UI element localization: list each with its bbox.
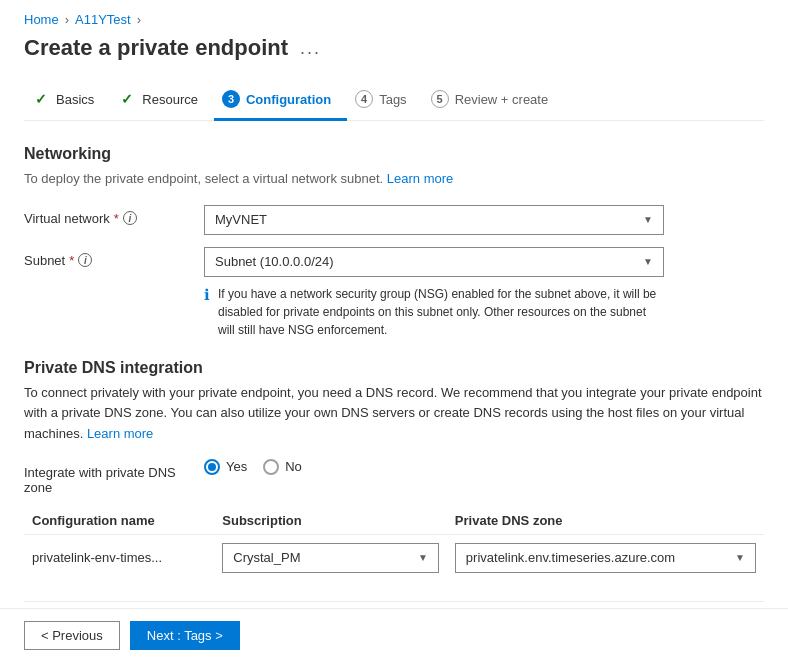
step-resource[interactable]: ✓ Resource xyxy=(110,82,214,121)
step-tags-icon: 4 xyxy=(355,90,373,108)
next-button[interactable]: Next : Tags > xyxy=(130,621,240,650)
integrate-dns-row: Integrate with private DNS zone Yes No xyxy=(24,459,764,495)
step-basics-icon: ✓ xyxy=(32,90,50,108)
integrate-dns-options: Yes No xyxy=(204,459,302,475)
networking-title: Networking xyxy=(24,145,764,163)
nsg-info-box: ℹ If you have a network security group (… xyxy=(204,285,664,339)
step-basics-label: Basics xyxy=(56,92,94,107)
dns-col-config: Configuration name xyxy=(24,507,214,535)
virtual-network-row: Virtual network * i MyVNET ▼ xyxy=(24,205,764,235)
page-title: Create a private endpoint xyxy=(24,35,288,61)
dns-zone-chevron: ▼ xyxy=(735,552,745,563)
private-dns-title: Private DNS integration xyxy=(24,359,764,377)
dns-col-subscription: Subscription xyxy=(214,507,447,535)
subnet-control: Subnet (10.0.0.0/24) ▼ ℹ If you have a n… xyxy=(204,247,764,339)
dns-subscription-value: Crystal_PM xyxy=(233,550,300,565)
dns-config-name: privatelink-env-times... xyxy=(24,534,214,581)
virtual-network-value: MyVNET xyxy=(215,212,267,227)
private-dns-section: Private DNS integration To connect priva… xyxy=(24,359,764,581)
wizard-steps: ✓ Basics ✓ Resource 3 Configuration 4 Ta… xyxy=(24,81,764,121)
virtual-network-label: Virtual network * i xyxy=(24,205,204,226)
nsg-info-text: If you have a network security group (NS… xyxy=(218,285,664,339)
networking-section: Networking To deploy the private endpoin… xyxy=(24,145,764,339)
previous-button[interactable]: < Previous xyxy=(24,621,120,650)
integrate-dns-label: Integrate with private DNS zone xyxy=(24,459,204,495)
integrate-dns-no-option[interactable]: No xyxy=(263,459,302,475)
networking-desc: To deploy the private endpoint, select a… xyxy=(24,169,764,189)
step-review-icon: 5 xyxy=(431,90,449,108)
dns-subscription-chevron: ▼ xyxy=(418,552,428,563)
breadcrumb-a11ytest[interactable]: A11YTest xyxy=(75,12,131,27)
dns-zone-dropdown[interactable]: privatelink.env.timeseries.azure.com ▼ xyxy=(455,543,756,573)
subnet-value: Subnet (10.0.0.0/24) xyxy=(215,254,334,269)
dns-zone-cell: privatelink.env.timeseries.azure.com ▼ xyxy=(447,534,764,581)
ellipsis-button[interactable]: ... xyxy=(296,36,325,61)
nsg-info-icon: ℹ xyxy=(204,286,210,304)
step-review-label: Review + create xyxy=(455,92,549,107)
dns-learn-more[interactable]: Learn more xyxy=(87,426,153,441)
dns-subscription-dropdown[interactable]: Crystal_PM ▼ xyxy=(222,543,439,573)
step-configuration-icon: 3 xyxy=(222,90,240,108)
integrate-dns-no-radio[interactable] xyxy=(263,459,279,475)
subnet-required: * xyxy=(69,253,74,268)
step-configuration-label: Configuration xyxy=(246,92,331,107)
step-configuration[interactable]: 3 Configuration xyxy=(214,82,347,121)
step-tags-label: Tags xyxy=(379,92,406,107)
virtual-network-chevron: ▼ xyxy=(643,214,653,225)
subnet-label: Subnet * i xyxy=(24,247,204,268)
step-resource-label: Resource xyxy=(142,92,198,107)
dns-table-row: privatelink-env-times... Crystal_PM ▼ pr… xyxy=(24,534,764,581)
step-review-create[interactable]: 5 Review + create xyxy=(423,82,565,121)
subnet-dropdown[interactable]: Subnet (10.0.0.0/24) ▼ xyxy=(204,247,664,277)
step-tags[interactable]: 4 Tags xyxy=(347,82,422,121)
step-resource-icon: ✓ xyxy=(118,90,136,108)
subnet-row: Subnet * i Subnet (10.0.0.0/24) ▼ ℹ If y… xyxy=(24,247,764,339)
integrate-dns-no-label: No xyxy=(285,459,302,474)
dns-zone-value: privatelink.env.timeseries.azure.com xyxy=(466,550,675,565)
breadcrumb-home[interactable]: Home xyxy=(24,12,59,27)
virtual-network-required: * xyxy=(114,211,119,226)
virtual-network-info-icon[interactable]: i xyxy=(123,211,137,225)
footer: < Previous Next : Tags > xyxy=(0,608,788,662)
integrate-dns-yes-radio[interactable] xyxy=(204,459,220,475)
dns-table: Configuration name Subscription Private … xyxy=(24,507,764,581)
dns-subscription-cell: Crystal_PM ▼ xyxy=(214,534,447,581)
step-basics[interactable]: ✓ Basics xyxy=(24,82,110,121)
integrate-dns-yes-option[interactable]: Yes xyxy=(204,459,247,475)
virtual-network-dropdown[interactable]: MyVNET ▼ xyxy=(204,205,664,235)
dns-col-zone: Private DNS zone xyxy=(447,507,764,535)
networking-learn-more[interactable]: Learn more xyxy=(387,171,453,186)
integrate-dns-yes-label: Yes xyxy=(226,459,247,474)
subnet-chevron: ▼ xyxy=(643,256,653,267)
dns-table-header-row: Configuration name Subscription Private … xyxy=(24,507,764,535)
subnet-info-icon[interactable]: i xyxy=(78,253,92,267)
virtual-network-control: MyVNET ▼ xyxy=(204,205,764,235)
private-dns-desc: To connect privately with your private e… xyxy=(24,383,764,445)
breadcrumb: Home › A11YTest › xyxy=(24,12,764,27)
